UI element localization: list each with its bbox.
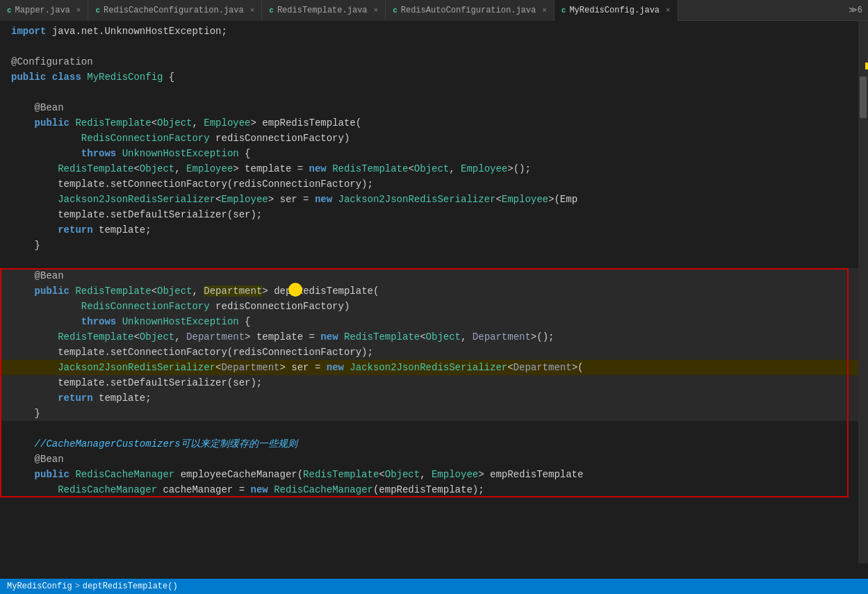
line-emp-throws: throws UnknownHostException { bbox=[0, 146, 858, 161]
line-blank1 bbox=[0, 39, 858, 54]
line-emp-setfactory: template.setConnectionFactory(redisConne… bbox=[0, 176, 858, 192]
line-emp-template-new: RedisTemplate<Object, Employee> template… bbox=[0, 161, 858, 176]
line-text-emp-throws: throws UnknownHostException { bbox=[0, 146, 256, 161]
line-emp-close: } bbox=[0, 238, 858, 253]
line-bean2: @Bean bbox=[0, 268, 858, 283]
line-text-emp-param: RedisConnectionFactory redisConnectionFa… bbox=[0, 131, 355, 146]
code-content: import java.net.UnknownHostException; @C… bbox=[0, 21, 858, 500]
cursor-dot bbox=[288, 283, 302, 297]
line-text-cache-manager-method: public RedisCacheManager employeeCacheMa… bbox=[0, 467, 589, 482]
line-class: public class MyRedisConfig { bbox=[0, 69, 858, 85]
tab-close-redis-template[interactable]: × bbox=[374, 6, 379, 15]
tab-close-redis-cache-config[interactable]: × bbox=[250, 6, 255, 15]
line-dept-param: RedisConnectionFactory redisConnectionFa… bbox=[0, 299, 858, 314]
line-text-emp-return: return template; bbox=[0, 222, 157, 238]
line-text-emp-close: } bbox=[0, 238, 46, 253]
breadcrumb-bar: MyRedisConfig > deptRedisTemplate() bbox=[0, 579, 868, 594]
line-blank3 bbox=[0, 253, 858, 268]
tab-close-mapper[interactable]: × bbox=[76, 6, 81, 15]
line-cache-manager-method: public RedisCacheManager employeeCacheMa… bbox=[0, 467, 858, 482]
line-configuration: @Configuration bbox=[0, 54, 858, 69]
breadcrumb-separator: > bbox=[75, 581, 80, 591]
line-text-cache-manager-new: RedisCacheManager cacheManager = new Red… bbox=[0, 482, 490, 497]
line-dept-setfactory: template.setConnectionFactory(redisConne… bbox=[0, 345, 858, 360]
line-dept-throws: throws UnknownHostException { bbox=[0, 314, 858, 329]
line-emp-return: return template; bbox=[0, 222, 858, 238]
tab-close-my-redis-config[interactable]: × bbox=[666, 6, 671, 15]
line-emp-param: RedisConnectionFactory redisConnectionFa… bbox=[0, 131, 858, 146]
line-text-dept-jackson: Jackson2JsonRedisSerializer<Department> … bbox=[0, 360, 589, 375]
tab-label-my-redis-config: MyRedisConfig.java bbox=[569, 6, 660, 15]
line-text-emp-setdefault: template.setDefaultSerializer(ser); bbox=[0, 207, 268, 222]
tab-close-redis-auto-config[interactable]: × bbox=[542, 6, 547, 15]
line-text-dept-method: public RedisTemplate<Object, Department>… bbox=[0, 283, 384, 299]
scrollbar-thumb[interactable] bbox=[860, 76, 867, 118]
breadcrumb-child: deptRedisTemplate() bbox=[83, 581, 178, 591]
line-dept-jackson: Jackson2JsonRedisSerializer<Department> … bbox=[0, 360, 858, 375]
editor-container: import java.net.UnknownHostException; @C… bbox=[0, 21, 868, 579]
line-text-dept-throws: throws UnknownHostException { bbox=[0, 314, 256, 329]
tab-bar: c Mapper.java × c RedisCacheConfiguratio… bbox=[0, 0, 868, 21]
line-text-comment-cache: //CacheManagerCustomizers可以来定制缓存的一些规则 bbox=[0, 436, 303, 452]
tab-label-redis-template: RedisTemplate.java bbox=[277, 6, 368, 15]
tab-mapper[interactable]: c Mapper.java × bbox=[0, 0, 88, 21]
line-text-dept-return: return template; bbox=[0, 390, 157, 406]
tab-overflow[interactable]: ≫6 bbox=[843, 5, 868, 15]
line-text-bean2: @Bean bbox=[0, 268, 69, 283]
line-text-configuration: @Configuration bbox=[0, 54, 99, 69]
line-text-dept-setdefault: template.setDefaultSerializer(ser); bbox=[0, 375, 268, 390]
line-dept-method: public RedisTemplate<Object, Department>… bbox=[0, 283, 858, 299]
line-text-dept-setfactory: template.setConnectionFactory(redisConne… bbox=[0, 345, 379, 360]
line-emp-jackson: Jackson2JsonRedisSerializer<Employee> se… bbox=[0, 192, 858, 207]
line-text-bean3: @Bean bbox=[0, 452, 69, 467]
tab-redis-cache-config[interactable]: c RedisCacheConfiguration.java × bbox=[88, 0, 262, 21]
line-comment-cache: //CacheManagerCustomizers可以来定制缓存的一些规则 bbox=[0, 436, 858, 452]
line-text-class: public class MyRedisConfig { bbox=[0, 69, 180, 85]
tab-my-redis-config[interactable]: c MyRedisConfig.java × bbox=[555, 0, 678, 21]
tab-label-mapper: Mapper.java bbox=[15, 6, 70, 15]
line-text-emp-method: public RedisTemplate<Object, Employee> e… bbox=[0, 115, 367, 131]
tab-icon-redis-template: c bbox=[269, 6, 274, 15]
line-dept-template-new: RedisTemplate<Object, Department> templa… bbox=[0, 329, 858, 345]
line-dept-setdefault: template.setDefaultSerializer(ser); bbox=[0, 375, 858, 390]
tab-label-redis-cache-config: RedisCacheConfiguration.java bbox=[104, 6, 244, 15]
line-emp-setdefault: template.setDefaultSerializer(ser); bbox=[0, 207, 858, 222]
line-text-dept-close: } bbox=[0, 406, 46, 421]
line-dept-close: } bbox=[0, 406, 858, 421]
line-text-dept-template-new: RedisTemplate<Object, Department> templa… bbox=[0, 329, 559, 345]
tab-redis-auto-config[interactable]: c RedisAutoConfiguration.java × bbox=[386, 0, 555, 21]
line-text-emp-setfactory: template.setConnectionFactory(redisConne… bbox=[0, 176, 379, 192]
line-text-bean1: @Bean bbox=[0, 100, 69, 115]
tab-icon-redis-cache-config: c bbox=[95, 6, 100, 15]
tab-redis-template[interactable]: c RedisTemplate.java × bbox=[262, 0, 386, 21]
line-bean1: @Bean bbox=[0, 100, 858, 115]
line-text-dept-param: RedisConnectionFactory redisConnectionFa… bbox=[0, 299, 355, 314]
line-blank2 bbox=[0, 85, 858, 100]
line-cache-manager-new: RedisCacheManager cacheManager = new Red… bbox=[0, 482, 858, 497]
tab-icon-redis-auto-config: c bbox=[393, 6, 398, 15]
line-bean3: @Bean bbox=[0, 452, 858, 467]
breadcrumb-root: MyRedisConfig bbox=[7, 581, 72, 591]
line-text-emp-jackson: Jackson2JsonRedisSerializer<Employee> se… bbox=[0, 192, 583, 207]
tab-icon-my-redis-config: c bbox=[562, 6, 566, 15]
line-blank4 bbox=[0, 421, 858, 436]
line-text-emp-template-new: RedisTemplate<Object, Employee> template… bbox=[0, 161, 537, 176]
line-emp-method: public RedisTemplate<Object, Employee> e… bbox=[0, 115, 858, 131]
line-import: import java.net.UnknownHostException; bbox=[0, 24, 858, 39]
selected-block-container: @Bean public RedisTemplate<Object, Depar… bbox=[0, 268, 858, 421]
tab-icon-mapper: c bbox=[7, 6, 12, 15]
line-dept-return: return template; bbox=[0, 390, 858, 406]
scrollbar-track[interactable] bbox=[858, 21, 868, 563]
line-text-import: import java.net.UnknownHostException; bbox=[0, 24, 233, 39]
code-area[interactable]: import java.net.UnknownHostException; @C… bbox=[0, 21, 868, 579]
tab-label-redis-auto-config: RedisAutoConfiguration.java bbox=[401, 6, 536, 15]
scrollbar-highlight bbox=[865, 63, 868, 69]
